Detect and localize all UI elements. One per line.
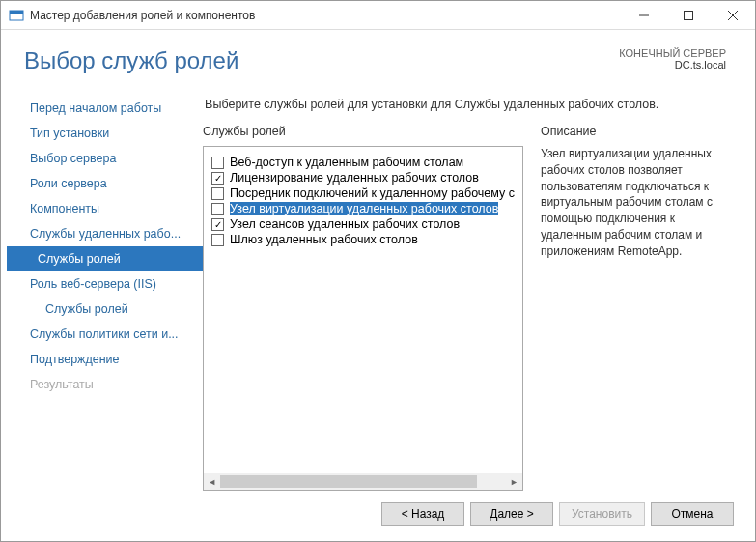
service-licensing[interactable]: Лицензирование удаленных рабочих столов — [210, 170, 517, 185]
service-label: Шлюз удаленных рабочих столов — [230, 233, 418, 246]
app-icon — [9, 8, 24, 23]
service-label: Веб-доступ к удаленным рабочим столам — [230, 156, 463, 169]
nav-remote-desktop-services[interactable]: Службы удаленных рабо... — [7, 221, 203, 246]
svg-rect-1 — [10, 11, 23, 14]
nav-web-server-iis[interactable]: Роль веб-сервера (IIS) — [7, 271, 203, 297]
service-session-host[interactable]: Узел сеансов удаленных рабочих столов — [210, 216, 517, 232]
nav-results: Результаты — [7, 372, 203, 397]
nav-role-services-2[interactable]: Службы ролей — [7, 297, 203, 322]
services-listbox[interactable]: Веб-доступ к удаленным рабочим столам Ли… — [203, 146, 523, 491]
install-button: Установить — [559, 502, 645, 526]
description-text: Узел виртуализации удаленных рабочих сто… — [541, 146, 732, 260]
checkbox-icon[interactable] — [211, 203, 224, 215]
page-header: Выбор служб ролей КОНЕЧНЫЙ СЕРВЕР DC.ts.… — [1, 30, 755, 86]
wizard-nav: Перед началом работы Тип установки Выбор… — [7, 90, 203, 491]
scroll-left-icon[interactable]: ◄ — [204, 473, 220, 490]
description-title: Описание — [541, 125, 732, 138]
cancel-button[interactable]: Отмена — [651, 502, 734, 526]
window-title: Мастер добавления ролей и компонентов — [30, 9, 622, 22]
scroll-track[interactable] — [220, 473, 506, 490]
scroll-thumb[interactable] — [220, 475, 477, 488]
service-label: Узел сеансов удаленных рабочих столов — [230, 217, 460, 231]
services-column: Службы ролей Веб-доступ к удаленным рабо… — [203, 125, 523, 491]
window-controls — [622, 1, 755, 30]
service-gateway[interactable]: Шлюз удаленных рабочих столов — [210, 232, 517, 247]
service-web-access[interactable]: Веб-доступ к удаленным рабочим столам — [210, 155, 517, 170]
back-button[interactable]: < Назад — [381, 502, 464, 526]
nav-before-you-begin[interactable]: Перед началом работы — [7, 96, 203, 121]
description-column: Описание Узел виртуализации удаленных ра… — [541, 125, 732, 491]
checkbox-icon[interactable] — [211, 187, 224, 200]
checkbox-icon[interactable] — [211, 172, 224, 185]
nav-server-roles[interactable]: Роли сервера — [7, 171, 203, 196]
services-title: Службы ролей — [203, 125, 523, 138]
nav-server-selection[interactable]: Выбор сервера — [7, 146, 203, 171]
wizard-body: Перед началом работы Тип установки Выбор… — [1, 86, 755, 491]
nav-network-policy[interactable]: Службы политики сети и... — [7, 322, 203, 347]
service-connection-broker[interactable]: Посредник подключений к удаленному рабоч… — [210, 185, 517, 201]
nav-features[interactable]: Компоненты — [7, 196, 203, 221]
close-button[interactable] — [711, 1, 755, 30]
service-virtualization-host[interactable]: Узел виртуализации удаленных рабочих сто… — [210, 201, 517, 216]
page-title: Выбор служб ролей — [24, 47, 238, 74]
scroll-right-icon[interactable]: ► — [506, 473, 522, 490]
title-bar: Мастер добавления ролей и компонентов — [1, 1, 755, 30]
minimize-button[interactable] — [622, 1, 666, 30]
destination-value: DC.ts.local — [619, 59, 726, 71]
svg-rect-3 — [685, 11, 693, 19]
maximize-button[interactable] — [666, 1, 711, 30]
destination-label: КОНЕЧНЫЙ СЕРВЕР — [619, 47, 726, 59]
checkbox-icon[interactable] — [211, 218, 224, 231]
nav-role-services-1[interactable]: Службы ролей — [7, 246, 203, 271]
nav-confirmation[interactable]: Подтверждение — [7, 347, 203, 372]
checkbox-icon[interactable] — [211, 157, 224, 169]
columns: Службы ролей Веб-доступ к удаленным рабо… — [203, 125, 732, 491]
nav-installation-type[interactable]: Тип установки — [7, 121, 203, 146]
prompt-text: Выберите службы ролей для установки для … — [203, 90, 732, 125]
service-label: Лицензирование удаленных рабочих столов — [230, 171, 479, 185]
next-button[interactable]: Далее > — [470, 502, 553, 526]
horizontal-scrollbar[interactable]: ◄ ► — [204, 473, 522, 490]
wizard-footer: < Назад Далее > Установить Отмена — [1, 491, 755, 541]
service-label: Посредник подключений к удаленному рабоч… — [230, 186, 515, 200]
content-area: Выберите службы ролей для установки для … — [203, 90, 732, 491]
checkbox-icon[interactable] — [211, 234, 224, 246]
destination-server: КОНЕЧНЫЙ СЕРВЕР DC.ts.local — [619, 47, 726, 71]
service-label: Узел виртуализации удаленных рабочих сто… — [230, 202, 498, 215]
